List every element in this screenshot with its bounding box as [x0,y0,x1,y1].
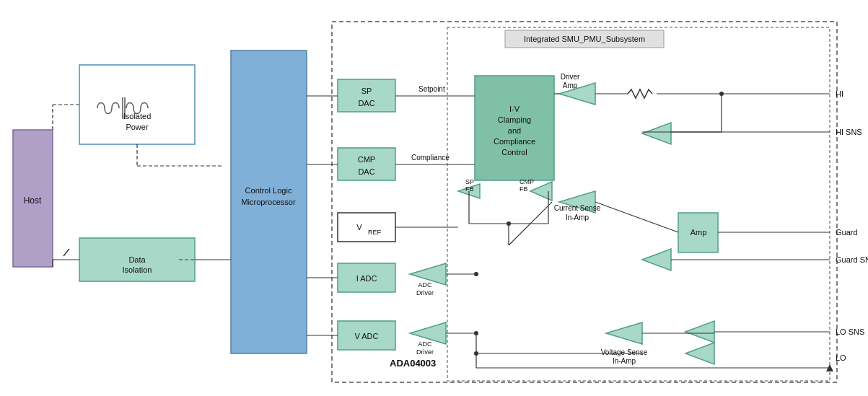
lo-label: LO [836,353,846,362]
adc-driver-i-label2: Driver [416,289,434,296]
v-adc-label: V ADC [354,332,378,340]
iv-clamping-label: I-V [509,105,520,113]
cmp-dac-label2: DAC [358,167,374,176]
cmp-fb-label2: FB [520,185,528,193]
vref-label: V [356,223,362,232]
hi-label: HI [836,89,843,98]
sp-fb-label2: FB [465,185,474,193]
cmp-fb-label: CMP [520,178,534,185]
cmp-dac-label: CMP [358,155,375,164]
iv-clamping-label4: Compliance [494,137,535,146]
diagram-svg: Integrated SMU_PMU_Subsystem Host Isolat… [0,0,868,396]
current-sense-label2: In-Amp [566,214,589,221]
data-isolation-label: Data [128,255,146,264]
sp-dac-label2: DAC [358,99,374,107]
svg-marker-21 [606,322,642,344]
vref-sub-label: REF [368,229,382,236]
data-isolation-label2: Isolation [123,265,152,274]
svg-marker-23 [642,123,671,144]
sp-dac-label: SP [361,87,372,95]
setpoint-label: Setpoint [418,85,445,93]
ada04003-label: ADA04003 [390,358,436,369]
hi-sns-label: HI SNS [836,128,862,136]
iv-clamping-label5: Control [501,148,527,157]
compliance-label: Compliance [411,154,450,162]
svg-line-57 [595,202,678,232]
control-logic-label2: Microprocessor [241,198,296,206]
driver-amp-label2: Amp [563,82,578,89]
isolated-power-label: Isolated [123,112,152,120]
amp-label: Amp [691,228,707,237]
i-adc-label: I ADC [356,274,377,283]
isolated-power-label2: Power [126,123,149,131]
sp-fb-label: SP [465,178,474,185]
svg-marker-24 [642,249,671,270]
svg-point-61 [474,272,478,276]
host-label: Host [24,195,42,206]
integrated-smu-label: Integrated SMU_PMU_Subsystem [524,35,645,43]
control-logic-label: Control Logic [245,186,292,195]
adc-driver-v-label: ADC [418,340,432,348]
voltage-sense-label: Voltage Sense [601,348,648,356]
lo-sns-label: LO SNS [836,327,864,336]
svg-rect-11 [338,213,395,242]
voltage-sense-label2: In-Amp [613,357,636,365]
svg-line-30 [63,249,69,256]
iv-clamping-label2: Clamping [498,115,531,124]
svg-rect-4 [79,65,195,144]
guard-sns-label: Guard SNS [836,255,868,264]
diagram-container: Integrated SMU_PMU_Subsystem Host Isolat… [0,0,868,396]
current-sense-label: Current Sense [554,204,601,212]
guard-label: Guard [836,228,858,237]
driver-amp-label: Driver [561,73,580,81]
svg-marker-26 [685,343,714,364]
adc-driver-i-label: ADC [418,281,432,289]
adc-driver-v-label2: Driver [416,348,434,356]
svg-marker-25 [685,321,714,343]
iv-clamping-label3: and [508,126,521,135]
